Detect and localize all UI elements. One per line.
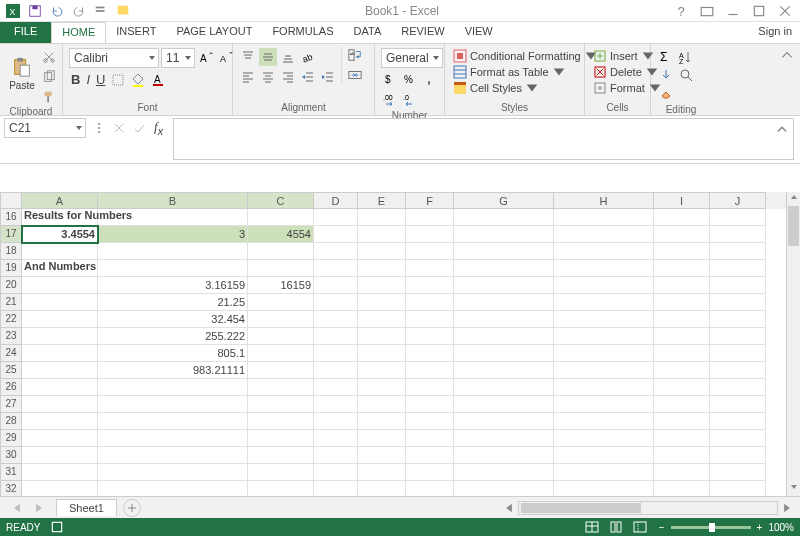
scroll-track[interactable] xyxy=(787,206,800,482)
cell[interactable] xyxy=(710,328,766,345)
cell[interactable] xyxy=(710,277,766,294)
cell[interactable] xyxy=(248,294,314,311)
cell[interactable] xyxy=(314,464,358,481)
cell[interactable] xyxy=(406,311,454,328)
cell[interactable] xyxy=(710,226,766,243)
cell[interactable] xyxy=(654,260,710,277)
cell[interactable] xyxy=(454,226,554,243)
save-icon[interactable] xyxy=(26,2,44,20)
page-layout-view-icon[interactable] xyxy=(607,518,625,536)
tab-page-layout[interactable]: PAGE LAYOUT xyxy=(166,22,262,43)
cell[interactable] xyxy=(248,311,314,328)
cell[interactable] xyxy=(358,396,406,413)
cell[interactable] xyxy=(406,260,454,277)
cell[interactable] xyxy=(314,209,358,226)
help-icon[interactable]: ? xyxy=(672,2,690,20)
cell[interactable] xyxy=(454,260,554,277)
cell[interactable] xyxy=(554,328,654,345)
cell[interactable] xyxy=(22,311,98,328)
cell[interactable] xyxy=(554,209,654,226)
tab-data[interactable]: DATA xyxy=(344,22,392,43)
cell[interactable] xyxy=(314,260,358,277)
tab-view[interactable]: VIEW xyxy=(455,22,503,43)
decrease-decimal-icon[interactable]: .0 xyxy=(401,90,419,108)
zoom-in-icon[interactable]: + xyxy=(755,520,765,535)
cell[interactable] xyxy=(358,209,406,226)
cell[interactable] xyxy=(454,277,554,294)
cell[interactable] xyxy=(554,362,654,379)
cell[interactable] xyxy=(406,243,454,260)
align-right-icon[interactable] xyxy=(279,68,297,86)
cell[interactable] xyxy=(710,362,766,379)
cell[interactable] xyxy=(314,345,358,362)
cell[interactable] xyxy=(22,464,98,481)
cell[interactable] xyxy=(710,396,766,413)
cell[interactable] xyxy=(314,277,358,294)
cell[interactable] xyxy=(710,294,766,311)
cell[interactable] xyxy=(406,447,454,464)
sort-filter-icon[interactable]: AZ xyxy=(677,48,695,66)
increase-decimal-icon[interactable]: .00 xyxy=(381,90,399,108)
cell[interactable] xyxy=(314,379,358,396)
cell[interactable] xyxy=(654,209,710,226)
row-header[interactable]: 23 xyxy=(0,328,22,345)
row-header[interactable]: 27 xyxy=(0,396,22,413)
row-header[interactable]: 18 xyxy=(0,243,22,260)
cell[interactable] xyxy=(98,464,248,481)
cell[interactable] xyxy=(406,209,454,226)
cell[interactable]: 3 xyxy=(98,226,248,243)
border-icon[interactable] xyxy=(109,71,127,89)
row-header[interactable]: 16 xyxy=(0,209,22,226)
tab-review[interactable]: REVIEW xyxy=(391,22,454,43)
cell[interactable] xyxy=(248,379,314,396)
merge-center-icon[interactable] xyxy=(346,66,364,84)
cell[interactable] xyxy=(98,481,248,496)
cell[interactable] xyxy=(22,430,98,447)
cell[interactable] xyxy=(406,277,454,294)
cell[interactable] xyxy=(22,447,98,464)
cell[interactable]: 255.222 xyxy=(98,328,248,345)
cell[interactable] xyxy=(314,481,358,496)
cell[interactable] xyxy=(654,430,710,447)
row-header[interactable]: 20 xyxy=(0,277,22,294)
cell[interactable] xyxy=(554,345,654,362)
cell[interactable]: 3.16159 xyxy=(98,277,248,294)
cell[interactable] xyxy=(654,345,710,362)
align-center-icon[interactable] xyxy=(259,68,277,86)
cell[interactable] xyxy=(454,481,554,496)
cell[interactable] xyxy=(454,430,554,447)
cell[interactable] xyxy=(98,396,248,413)
cell[interactable] xyxy=(22,294,98,311)
cell[interactable] xyxy=(358,260,406,277)
hscroll-track[interactable] xyxy=(518,501,778,515)
column-header[interactable]: C xyxy=(248,192,314,209)
cell[interactable] xyxy=(710,260,766,277)
cell[interactable] xyxy=(358,345,406,362)
cell[interactable] xyxy=(406,294,454,311)
cell[interactable] xyxy=(554,481,654,496)
cell[interactable] xyxy=(22,243,98,260)
cell[interactable] xyxy=(248,396,314,413)
macro-record-icon[interactable] xyxy=(48,518,66,536)
cell[interactable] xyxy=(314,294,358,311)
format-as-table-button[interactable]: Format as Table xyxy=(451,64,568,80)
cell[interactable] xyxy=(710,311,766,328)
sign-in-link[interactable]: Sign in xyxy=(750,22,800,43)
expand-formula-icon[interactable] xyxy=(773,121,791,139)
cell[interactable] xyxy=(454,345,554,362)
cell[interactable] xyxy=(454,413,554,430)
new-sheet-button[interactable] xyxy=(123,499,141,517)
cell[interactable] xyxy=(454,396,554,413)
ribbon-display-icon[interactable] xyxy=(698,2,716,20)
normal-view-icon[interactable] xyxy=(583,518,601,536)
cell[interactable] xyxy=(406,396,454,413)
cell[interactable] xyxy=(314,396,358,413)
cell[interactable]: 4554 xyxy=(248,226,314,243)
scroll-left-icon[interactable] xyxy=(500,499,518,517)
cell[interactable] xyxy=(314,243,358,260)
cell[interactable] xyxy=(654,379,710,396)
insert-button[interactable]: Insert xyxy=(591,48,657,64)
row-header[interactable]: 17 xyxy=(0,226,22,243)
cell[interactable] xyxy=(406,362,454,379)
align-bottom-icon[interactable] xyxy=(279,48,297,66)
